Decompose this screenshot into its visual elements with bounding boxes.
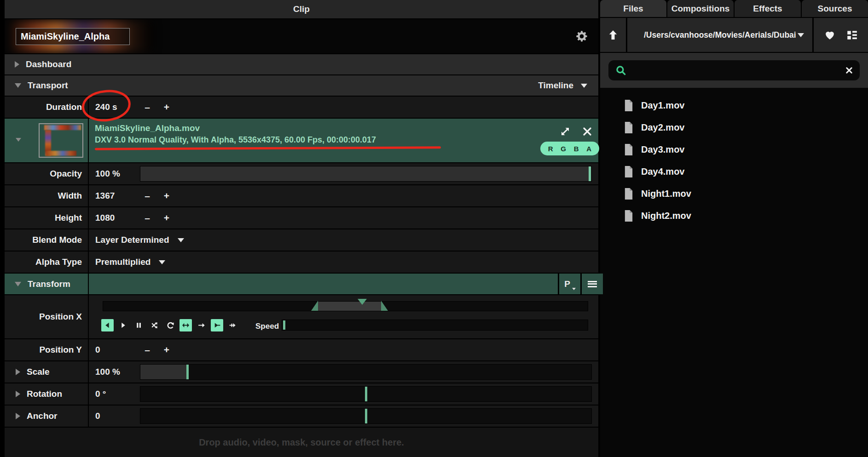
- play-once-continue-button[interactable]: [226, 319, 239, 331]
- rotation-slider[interactable]: [140, 386, 592, 402]
- transport-mode-dropdown[interactable]: Timeline: [538, 80, 587, 91]
- play-random-button[interactable]: [148, 319, 161, 331]
- drop-zone[interactable]: Drop audio, video, mask, source or effec…: [5, 428, 598, 457]
- clip-name-input[interactable]: [16, 28, 130, 45]
- file-name: Day2.mov: [641, 122, 685, 133]
- play-backwards-button[interactable]: [101, 319, 114, 331]
- file-row-day3[interactable]: Day3.mov: [600, 138, 868, 160]
- channel-toggle-g[interactable]: G: [561, 145, 566, 153]
- scale-slider[interactable]: [140, 364, 592, 380]
- alpha-type-dropdown[interactable]: Premultiplied: [95, 251, 165, 273]
- file-row-day1[interactable]: Day1.mov: [600, 94, 868, 116]
- play-once-hold-button[interactable]: [211, 319, 223, 331]
- file-name: Day1.mov: [641, 100, 685, 111]
- pause-button[interactable]: [133, 319, 145, 331]
- clip-filename: MiamiSkyline_Alpha.mov: [95, 123, 376, 133]
- path-dropdown[interactable]: /Users/cvanhoose/Movies/Aerials/Dubai: [627, 18, 812, 52]
- expand-button[interactable]: [559, 125, 572, 138]
- play-once-eject-button[interactable]: [195, 319, 208, 331]
- close-clip-button[interactable]: [581, 125, 594, 138]
- width-decrement-button[interactable]: –: [143, 190, 151, 201]
- file-name: Day4.mov: [641, 166, 685, 177]
- play-forwards-button[interactable]: [117, 319, 129, 331]
- section-dashboard[interactable]: Dashboard: [5, 54, 598, 74]
- search-box[interactable]: [608, 60, 860, 80]
- channel-toggle-b[interactable]: B: [574, 145, 579, 153]
- bounce-button[interactable]: [179, 319, 192, 331]
- tab-files[interactable]: Files: [600, 0, 666, 17]
- path-bar: /Users/cvanhoose/Movies/Aerials/Dubai: [600, 18, 868, 52]
- timeline-playhead[interactable]: [358, 299, 367, 305]
- position-y-value[interactable]: 0: [95, 339, 142, 360]
- transform-menu-button[interactable]: [580, 274, 603, 294]
- rotation-slider-handle[interactable]: [365, 387, 367, 401]
- anchor-slider[interactable]: [140, 408, 592, 424]
- timeline-in-handle[interactable]: [311, 301, 318, 311]
- blend-mode-dropdown[interactable]: Layer Determined: [95, 229, 184, 251]
- anchor-expander[interactable]: Anchor: [5, 406, 89, 427]
- up-arrow-icon: [607, 29, 619, 41]
- favorite-button[interactable]: [823, 29, 836, 41]
- section-transform[interactable]: Transform P: [5, 274, 598, 294]
- speed-slider[interactable]: [282, 320, 588, 331]
- file-row-day4[interactable]: Day4.mov: [600, 160, 868, 183]
- width-increment-button[interactable]: +: [162, 190, 171, 201]
- position-y-decrement-button[interactable]: –: [143, 344, 151, 355]
- section-dashboard-label: Dashboard: [26, 59, 71, 69]
- height-decrement-button[interactable]: –: [143, 212, 151, 223]
- tab-effects[interactable]: Effects: [735, 0, 801, 17]
- scale-value[interactable]: 100 %: [95, 361, 142, 383]
- anchor-row: Anchor 0: [5, 406, 598, 427]
- position-x-timeline[interactable]: [103, 301, 588, 311]
- duration-increment-button[interactable]: +: [162, 102, 171, 113]
- anchor-value[interactable]: 0: [95, 406, 142, 427]
- gear-icon: [575, 30, 588, 43]
- preset-button-label: P: [564, 279, 574, 289]
- height-increment-button[interactable]: +: [162, 212, 171, 223]
- scale-expander[interactable]: Scale: [5, 361, 89, 383]
- blend-mode-label: Blend Mode: [5, 229, 89, 251]
- rotation-expander[interactable]: Rotation: [5, 383, 89, 405]
- tab-sources[interactable]: Sources: [802, 0, 868, 17]
- play-hold-icon: [213, 321, 221, 329]
- file-row-night1[interactable]: Night1.mov: [600, 183, 868, 205]
- alpha-type-row: Alpha Type Premultiplied: [5, 251, 598, 273]
- chevron-down-icon: [798, 33, 804, 37]
- timeline-out-handle[interactable]: [381, 301, 388, 311]
- duration-value[interactable]: 240 s: [95, 97, 142, 118]
- opacity-slider-handle[interactable]: [589, 166, 591, 181]
- clip-thumbnail[interactable]: [39, 123, 83, 158]
- section-transport[interactable]: Transport Timeline: [5, 75, 598, 96]
- opacity-slider[interactable]: [140, 166, 592, 182]
- clip-panel: Clip Dashboard Transport Timeline Durati…: [0, 0, 598, 457]
- folder-up-button[interactable]: [600, 18, 626, 52]
- search-input[interactable]: [632, 66, 839, 75]
- tab-compositions[interactable]: Compositions: [667, 0, 734, 17]
- speed-label: Speed: [255, 322, 279, 331]
- width-value[interactable]: 1367: [95, 185, 142, 206]
- menu-icon: [588, 281, 597, 287]
- duration-decrement-button[interactable]: –: [143, 102, 151, 113]
- height-value[interactable]: 1080: [95, 207, 142, 228]
- timeline-selection[interactable]: [318, 302, 381, 311]
- settings-button[interactable]: [574, 29, 589, 44]
- file-row-day2[interactable]: Day2.mov: [600, 116, 868, 138]
- file-row-night2[interactable]: Night2.mov: [600, 205, 868, 227]
- thumbnail-art: [46, 151, 76, 156]
- transform-preset-button[interactable]: P: [558, 274, 579, 294]
- scale-slider-handle[interactable]: [186, 365, 189, 379]
- opacity-value[interactable]: 100 %: [95, 163, 142, 184]
- list-view-button[interactable]: [845, 29, 858, 41]
- loop-button[interactable]: [164, 319, 176, 331]
- position-y-increment-button[interactable]: +: [162, 344, 171, 355]
- clip-expander-icon[interactable]: [16, 138, 21, 142]
- scale-label: Scale: [27, 367, 50, 377]
- clip-file-text: MiamiSkyline_Alpha.mov DXV 3.0 Normal Qu…: [95, 123, 376, 145]
- close-icon: [582, 126, 593, 137]
- clear-search-icon[interactable]: [845, 66, 853, 74]
- speed-slider-handle[interactable]: [283, 320, 285, 330]
- channel-toggle-a[interactable]: A: [586, 145, 591, 153]
- anchor-slider-handle[interactable]: [365, 409, 367, 423]
- channel-toggle-r[interactable]: R: [548, 145, 553, 153]
- rotation-value[interactable]: 0 °: [95, 383, 142, 405]
